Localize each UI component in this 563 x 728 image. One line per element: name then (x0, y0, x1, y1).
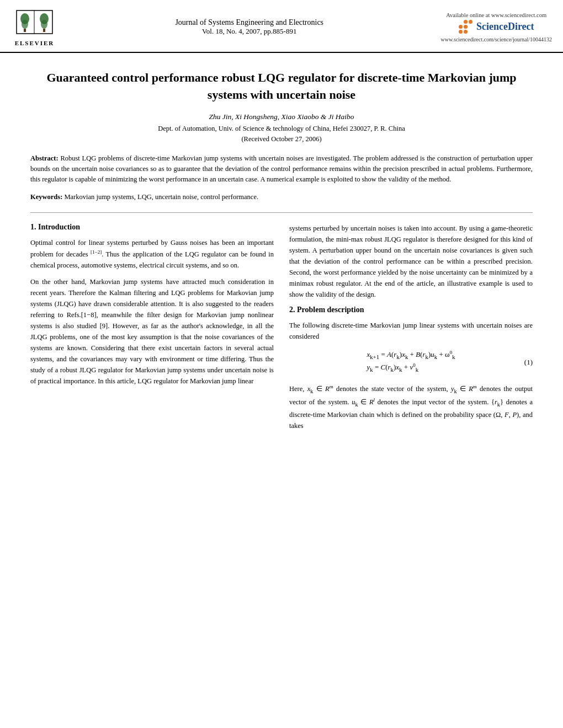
intro-para-2: On the other hand, Markovian jump system… (30, 276, 274, 387)
problem-after-eq-text: Here, xk ∈ Rm denotes the state vector o… (289, 383, 533, 432)
title-section: Guaranteed control performance robust LQ… (30, 64, 533, 143)
journal-volume: Vol. 18, No. 4, 2007, pp.885-891 (58, 27, 440, 36)
two-column-layout: 1. Introduction Optimal control for line… (30, 223, 533, 437)
problem-after-eq: Here, xk ∈ Rm denotes the state vector o… (289, 383, 533, 432)
eq-line-1: xk+1 = A(rk)xk + B(rk)uk + ω0k (367, 350, 455, 360)
sd-brand: ScienceDirect (476, 21, 534, 33)
problem-heading: 2. Problem description (289, 306, 533, 314)
abstract-section: Abstract: Robust LQG problems of discret… (30, 153, 533, 185)
right-intro-text: systems perturbed by uncertain noises is… (289, 223, 533, 300)
right-column: systems perturbed by uncertain noises is… (289, 223, 533, 437)
keywords-label: Keywords: (30, 193, 62, 201)
affiliation: Dept. of Automation, Univ. of Science & … (30, 125, 533, 133)
received-date: (Received October 27, 2006) (30, 135, 533, 143)
journal-title: Journal of Systems Engineering and Elect… (58, 18, 440, 27)
main-content: Guaranteed control performance robust LQ… (0, 53, 563, 453)
abstract-label: Abstract: (30, 154, 59, 162)
section-divider (30, 212, 533, 213)
svg-point-5 (41, 20, 47, 29)
intro-heading: 1. Introduction (30, 223, 274, 232)
keywords-text: Markovian jump systems, LQG, uncertain n… (64, 193, 258, 201)
paper-title: Guaranteed control performance robust LQ… (30, 69, 533, 104)
svg-rect-6 (24, 29, 26, 32)
equation-1: xk+1 = A(rk)xk + B(rk)uk + ω0k yk = C(rk… (289, 350, 533, 375)
keywords-section: Keywords: Markovian jump systems, LQG, u… (30, 193, 533, 201)
eq-line-2: yk = C(rk)xk + v0k (367, 362, 455, 373)
elsevier-logo: ELSEVIER (11, 8, 58, 46)
intro-text: Optimal control for linear systems pertu… (30, 237, 274, 387)
sciencedirect-block: Available online at www.sciencedirect.co… (440, 12, 552, 42)
sd-dots-icon (459, 20, 473, 34)
intro-para-1: Optimal control for linear systems pertu… (30, 237, 274, 271)
eq-number: (1) (524, 358, 533, 367)
svg-point-3 (22, 20, 28, 29)
available-text: Available online at www.sciencedirect.co… (446, 12, 546, 18)
elsevier-label: ELSEVIER (15, 40, 55, 46)
eq-lines: xk+1 = A(rk)xk + B(rk)uk + ω0k yk = C(rk… (367, 350, 455, 375)
journal-info: Journal of Systems Engineering and Elect… (58, 18, 440, 36)
sd-url: www.sciencedirect.com/science/journal/10… (440, 36, 552, 42)
abstract-text: Robust LQG problems of discrete-time Mar… (30, 154, 533, 184)
sciencedirect-logo: ScienceDirect (459, 20, 534, 34)
left-column: 1. Introduction Optimal control for line… (30, 223, 274, 437)
svg-rect-7 (43, 29, 45, 32)
authors: Zhu Jin, Xi Hongsheng, Xiao Xiaobo & Ji … (30, 113, 533, 121)
problem-text: The following discrete-time Markovian ju… (289, 320, 533, 342)
right-intro-para-1: systems perturbed by uncertain noises is… (289, 223, 533, 300)
page-header: ELSEVIER Journal of Systems Engineering … (0, 0, 563, 53)
problem-intro: The following discrete-time Markovian ju… (289, 320, 533, 342)
